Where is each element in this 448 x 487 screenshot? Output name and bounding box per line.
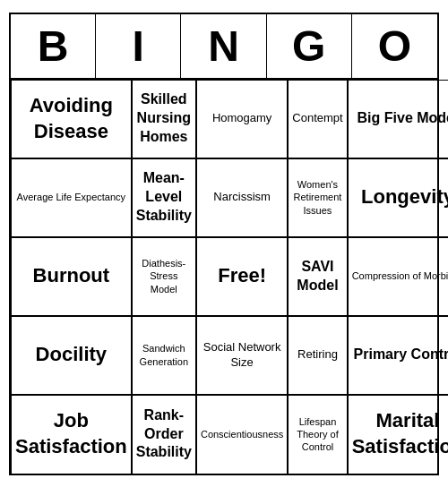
bingo-cell-2: Homogamy [196, 80, 288, 158]
bingo-letter-o: O [352, 14, 437, 78]
bingo-cell-16: Sandwich Generation [132, 316, 196, 395]
bingo-cell-9: Longevity [348, 158, 448, 237]
bingo-cell-6: Mean-Level Stability [132, 158, 196, 237]
bingo-cell-8: Women's Retirement Issues [288, 158, 347, 237]
bingo-cell-11: Diathesis-Stress Model [132, 237, 196, 316]
bingo-cell-18: Retiring [288, 316, 347, 395]
bingo-cell-21: Rank-Order Stability [132, 395, 196, 474]
bingo-cell-13: SAVI Model [288, 237, 347, 316]
bingo-cell-24: Marital Satisfaction [348, 395, 448, 474]
bingo-cell-23: Lifespan Theory of Control [288, 395, 347, 474]
bingo-letter-n: N [181, 14, 266, 78]
bingo-cell-17: Social Network Size [196, 316, 288, 395]
bingo-cell-1: Skilled Nursing Homes [132, 80, 196, 158]
bingo-cell-3: Contempt [288, 80, 347, 158]
bingo-letter-i: I [96, 14, 181, 78]
bingo-cell-22: Conscientiousness [196, 395, 288, 474]
bingo-card: BINGO Avoiding DiseaseSkilled Nursing Ho… [9, 13, 439, 475]
bingo-letter-b: B [11, 14, 96, 78]
bingo-cell-10: Burnout [11, 237, 132, 316]
bingo-grid: Avoiding DiseaseSkilled Nursing HomesHom… [11, 80, 437, 474]
bingo-letter-g: G [267, 14, 352, 78]
bingo-header: BINGO [11, 14, 437, 80]
bingo-cell-7: Narcissism [196, 158, 288, 237]
bingo-cell-14: Compression of Morbidity [348, 237, 448, 316]
bingo-cell-15: Docility [11, 316, 132, 395]
bingo-cell-12: Free! [196, 237, 288, 316]
bingo-cell-20: Job Satisfaction [11, 395, 132, 474]
bingo-cell-19: Primary Control [348, 316, 448, 395]
bingo-cell-5: Average Life Expectancy [11, 158, 132, 237]
bingo-cell-0: Avoiding Disease [11, 80, 132, 158]
bingo-cell-4: Big Five Model [348, 80, 448, 158]
